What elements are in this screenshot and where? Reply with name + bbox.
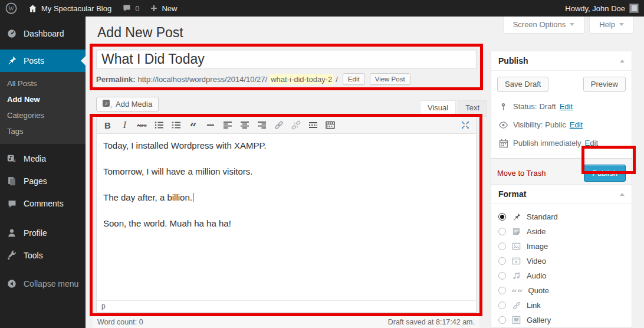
sidebar-item-profile[interactable]: Profile <box>0 222 86 244</box>
radio-unchecked[interactable] <box>498 287 506 294</box>
save-draft-button[interactable]: Save Draft <box>497 77 548 91</box>
permalink-row: Permalink: http://localhost/wordpress/20… <box>96 73 410 85</box>
edit-visibility-link[interactable]: Edit <box>570 120 583 129</box>
new-content-menu[interactable]: New <box>144 0 182 17</box>
pushpin-icon <box>511 212 521 222</box>
menu-separator <box>0 215 86 222</box>
sidebar-item-label: Profile <box>24 228 47 238</box>
link-chain-icon <box>511 300 521 310</box>
help-tab[interactable]: Help <box>589 17 634 34</box>
panel-toggle-icon[interactable] <box>620 193 625 196</box>
image-icon <box>511 241 521 251</box>
format-option-quote[interactable]: ““ Quote <box>498 283 625 298</box>
blockquote-button[interactable]: “ <box>186 119 201 132</box>
format-panel-header[interactable]: Format <box>491 185 632 204</box>
more-tag-button[interactable] <box>305 119 320 132</box>
format-option-audio[interactable]: Audio <box>498 268 625 283</box>
video-icon <box>511 256 521 266</box>
sidebar-item-pages[interactable]: Pages <box>0 170 86 192</box>
svg-text:W: W <box>8 5 14 12</box>
sidebar-item-comments[interactable]: Comments <box>0 192 86 215</box>
publish-button[interactable]: Publish <box>584 165 626 182</box>
editor-paragraph: Soon, the world. Muah ha ha ha! <box>103 217 469 230</box>
publish-panel-header[interactable]: Publish <box>491 51 632 71</box>
collapse-menu-button[interactable]: Collapse menu <box>0 273 86 295</box>
horizontal-rule-button[interactable] <box>203 119 218 132</box>
sidebar-item-tags[interactable]: Tags <box>0 123 86 139</box>
format-label[interactable]: Aside <box>527 227 546 236</box>
format-panel: Format Standard Aside Image <box>491 184 632 328</box>
sidebar-item-posts[interactable]: Posts <box>0 50 86 72</box>
editor-content-area[interactable]: Today, I installed Wordpress with XAMPP.… <box>97 134 476 300</box>
format-label[interactable]: Gallery <box>527 316 551 324</box>
radio-unchecked[interactable] <box>498 316 506 324</box>
format-option-standard[interactable]: Standard <box>498 209 625 224</box>
sidebar-item-all-posts[interactable]: All Posts <box>0 76 86 91</box>
sidebar-item-media[interactable]: Media <box>0 147 86 170</box>
italic-button[interactable]: I <box>117 119 132 132</box>
collapse-arrow-icon <box>6 278 18 290</box>
editor-path-bar: p <box>97 300 476 312</box>
align-center-button[interactable] <box>237 119 252 132</box>
align-left-button[interactable] <box>220 119 235 132</box>
new-label: New <box>162 4 177 13</box>
format-option-link[interactable]: Link <box>498 298 625 313</box>
view-post-button[interactable]: View Post <box>370 73 410 85</box>
add-media-button[interactable]: ♪♪ Add Media <box>96 97 159 111</box>
edit-schedule-link[interactable]: Edit <box>585 139 598 147</box>
howdy-text[interactable]: Howdy, John Doe <box>565 4 625 13</box>
format-label[interactable]: Video <box>527 257 546 265</box>
permalink-label: Permalink: <box>96 75 135 84</box>
panel-toggle-icon[interactable] <box>620 60 625 63</box>
editor-paragraph: Tomorrow, I will have a million visitors… <box>103 165 469 178</box>
site-name-menu[interactable]: My Spectacular Blog <box>22 0 117 17</box>
format-label[interactable]: Standard <box>527 212 558 221</box>
radio-unchecked[interactable] <box>498 242 506 250</box>
align-right-button[interactable] <box>254 119 269 132</box>
bulleted-list-button[interactable] <box>152 119 166 132</box>
unlink-button[interactable] <box>288 119 303 132</box>
user-avatar[interactable] <box>629 4 639 13</box>
format-label[interactable]: Link <box>527 301 541 310</box>
comment-count: 0 <box>135 4 139 13</box>
format-option-aside[interactable]: Aside <box>498 224 625 239</box>
format-option-image[interactable]: Image <box>498 239 625 254</box>
tab-text[interactable]: Text <box>458 100 487 117</box>
sidebar-item-tools[interactable]: Tools <box>0 244 86 267</box>
format-option-video[interactable]: Video <box>498 254 625 268</box>
permalink-edit-button[interactable]: Edit <box>343 73 365 85</box>
screen-options-label: Screen Options <box>513 20 566 29</box>
quote-icon: ““ <box>511 286 523 296</box>
distraction-free-button[interactable] <box>458 119 472 132</box>
tab-visual[interactable]: Visual <box>420 100 456 117</box>
numbered-list-button[interactable] <box>169 119 183 132</box>
media-icon <box>6 153 18 165</box>
move-to-trash-link[interactable]: Move to Trash <box>497 169 546 178</box>
radio-unchecked[interactable] <box>498 301 506 309</box>
pushpin-icon <box>6 55 18 67</box>
radio-checked[interactable] <box>498 213 506 221</box>
bold-button[interactable]: B <box>100 119 115 132</box>
edit-status-link[interactable]: Edit <box>560 102 573 111</box>
toolbar-toggle-button[interactable] <box>323 119 337 132</box>
sidebar-item-categories[interactable]: Categories <box>0 107 86 123</box>
schedule-row: Publish immediately Edit <box>497 134 626 152</box>
post-title-input[interactable] <box>96 50 477 69</box>
radio-unchecked[interactable] <box>498 228 506 235</box>
format-label[interactable]: Audio <box>527 271 546 280</box>
strikethrough-button[interactable]: ABC <box>134 119 149 132</box>
comments-bubble-menu[interactable]: 0 <box>117 0 144 17</box>
sidebar-item-dashboard[interactable]: Dashboard <box>0 22 86 45</box>
format-label[interactable]: Quote <box>528 286 549 295</box>
sidebar-item-label: Media <box>24 154 46 163</box>
screen-options-tab[interactable]: Screen Options <box>503 17 585 34</box>
format-label[interactable]: Image <box>527 242 548 251</box>
insert-link-button[interactable] <box>271 119 286 132</box>
chevron-down-icon <box>570 23 574 26</box>
sidebar-item-add-new[interactable]: Add New <box>0 91 86 107</box>
format-option-gallery[interactable]: Gallery <box>498 313 625 327</box>
preview-button[interactable]: Preview <box>583 77 626 91</box>
wordpress-logo[interactable]: W <box>0 0 22 17</box>
radio-unchecked[interactable] <box>498 257 506 265</box>
radio-unchecked[interactable] <box>498 272 506 280</box>
